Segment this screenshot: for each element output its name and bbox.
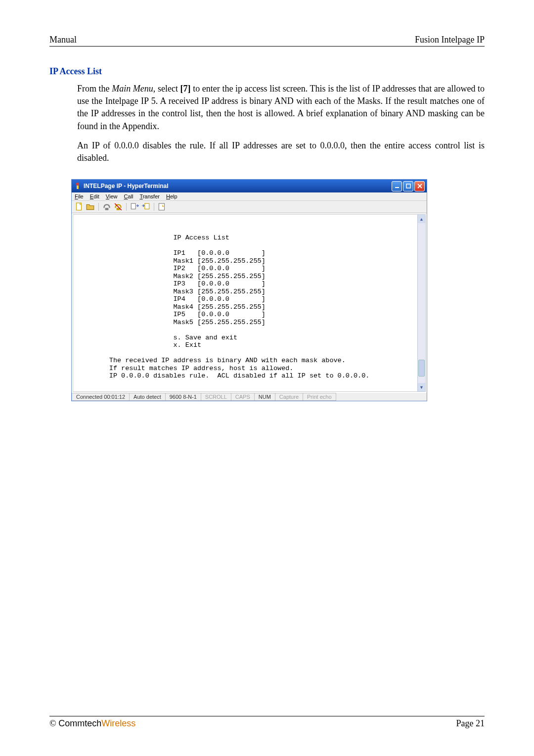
- menubar: File Edit View Call Transfer Help: [72, 192, 427, 200]
- send-icon[interactable]: [130, 202, 139, 211]
- menu-help[interactable]: Help: [166, 193, 178, 199]
- receive-icon[interactable]: [141, 202, 150, 211]
- disconnect-icon[interactable]: [114, 202, 123, 211]
- statusbar: Connected 00:01:12 Auto detect 9600 8-N-…: [72, 393, 427, 401]
- footer: © CommtechWireless Page 21: [49, 716, 485, 729]
- svg-point-0: [76, 183, 79, 186]
- toolbar: [72, 200, 427, 213]
- maximize-button[interactable]: [403, 181, 413, 191]
- footer-left: © CommtechWireless: [49, 718, 135, 729]
- window-title: INTELPage IP - HyperTerminal: [84, 183, 392, 189]
- terminal-body-area: IP Access List IP1 [0.0.0.0 ] Mask1 [255…: [72, 213, 427, 393]
- properties-icon[interactable]: [158, 202, 167, 211]
- page-header: Manual Fusion Intelpage IP: [49, 35, 485, 47]
- scroll-up-icon[interactable]: ▲: [418, 215, 425, 223]
- minimize-button[interactable]: [392, 181, 402, 191]
- status-connected: Connected 00:01:12: [72, 393, 130, 401]
- status-autodetect: Auto detect: [129, 393, 166, 401]
- hyperterminal-window: INTELPage IP - HyperTerminal File Edit V…: [71, 179, 427, 401]
- svg-rect-1: [77, 186, 79, 189]
- svg-rect-8: [131, 203, 135, 209]
- toolbar-separator-2: [126, 203, 127, 211]
- status-capture: Capture: [275, 393, 303, 401]
- scroll-down-icon[interactable]: ▼: [418, 383, 425, 391]
- close-button[interactable]: [414, 181, 425, 191]
- new-icon[interactable]: [75, 202, 84, 211]
- svg-rect-5: [105, 208, 109, 210]
- toolbar-separator: [98, 203, 99, 211]
- status-printecho: Print echo: [303, 393, 336, 401]
- menu-edit[interactable]: Edit: [90, 193, 99, 199]
- brand-wireless: Wireless: [101, 718, 135, 728]
- open-icon[interactable]: [86, 202, 95, 211]
- brand-commtech: Commtech: [58, 718, 101, 728]
- menu-view[interactable]: View: [106, 193, 118, 199]
- para1-option: [7]: [180, 84, 191, 94]
- header-left: Manual: [49, 35, 77, 45]
- app-icon: [74, 182, 82, 190]
- header-right: Fusion Intelpage IP: [415, 35, 485, 45]
- para1-intro: From the: [77, 84, 112, 94]
- toolbar-separator-3: [154, 203, 154, 211]
- status-num: NUM: [254, 393, 275, 401]
- menu-transfer[interactable]: Transfer: [139, 193, 160, 199]
- svg-rect-9: [145, 203, 149, 209]
- copyright-symbol: ©: [49, 718, 58, 728]
- para1-mid: , select: [153, 84, 180, 94]
- connect-icon[interactable]: [102, 202, 111, 211]
- scroll-thumb[interactable]: [418, 360, 425, 377]
- paragraph-2: An IP of 0.0.0.0 disables the rule. If a…: [77, 140, 485, 164]
- menu-call[interactable]: Call: [124, 193, 134, 199]
- status-scroll: SCROLL: [201, 393, 231, 401]
- menu-file[interactable]: File: [75, 193, 84, 199]
- terminal-output[interactable]: IP Access List IP1 [0.0.0.0 ] Mask1 [255…: [73, 214, 426, 392]
- section-title: IP Access List: [49, 66, 485, 77]
- status-settings: 9600 8-N-1: [165, 393, 201, 401]
- titlebar[interactable]: INTELPage IP - HyperTerminal: [72, 180, 427, 192]
- svg-rect-3: [406, 184, 410, 188]
- status-caps: CAPS: [231, 393, 255, 401]
- para1-main-menu: Main Menu: [112, 84, 153, 94]
- window-buttons: [392, 181, 425, 191]
- footer-brand: CommtechWireless: [58, 718, 135, 728]
- paragraph-1: From the Main Menu, select [7] to enter …: [77, 83, 485, 133]
- svg-rect-2: [395, 187, 399, 188]
- scrollbar[interactable]: ▲ ▼: [417, 214, 426, 392]
- page-number: Page 21: [456, 718, 485, 729]
